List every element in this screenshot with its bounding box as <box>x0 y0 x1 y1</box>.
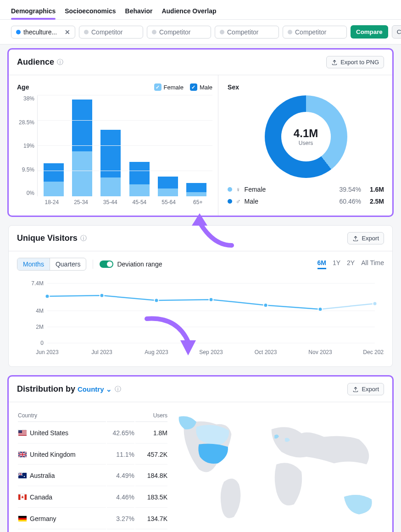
competitor-chip[interactable]: Competitor <box>147 26 211 39</box>
info-icon[interactable]: ⓘ <box>57 58 63 66</box>
svg-rect-38 <box>18 520 27 521</box>
svg-text:0: 0 <box>40 340 44 346</box>
tab-socioeconomics[interactable]: Socioeconomics <box>65 5 116 19</box>
dot-icon <box>288 30 292 34</box>
arrow-down-icon <box>138 312 202 358</box>
svg-point-11 <box>209 298 213 302</box>
svg-text:Jul 2023: Jul 2023 <box>91 349 112 355</box>
svg-text:Nov 2023: Nov 2023 <box>308 349 332 355</box>
svg-text:Oct 2023: Oct 2023 <box>255 349 277 355</box>
sex-donut-chart: 4.1M Users <box>265 95 347 178</box>
competitor-chip[interactable]: Competitor <box>283 26 347 39</box>
checkbox-female[interactable]: ✓ <box>154 83 162 91</box>
flag-icon <box>18 429 26 435</box>
seg-quarters[interactable]: Quarters <box>50 258 86 270</box>
flag-icon <box>18 472 26 477</box>
svg-point-14 <box>373 301 377 305</box>
competitor-row: theculture... ✕ Competitor Competitor Co… <box>0 20 401 44</box>
close-icon[interactable]: ✕ <box>65 28 70 36</box>
tabs-bar: Demographics Socioeconomics Behavior Aud… <box>0 0 401 20</box>
age-title: Age <box>17 83 29 91</box>
sex-legend-row: ♀Female39.54%1.6M <box>228 183 384 195</box>
dot-icon <box>16 30 21 34</box>
table-row[interactable]: United Kingdom11.1%457.2K <box>18 444 167 465</box>
export-button[interactable]: Export <box>347 232 384 244</box>
card-title: Distribution by Country ⌄ <box>17 384 112 394</box>
svg-point-13 <box>318 307 323 311</box>
sex-legend-row: ♂Male60.46%2.5M <box>228 195 384 207</box>
table-row[interactable]: Germany3.27%134.7K <box>18 509 167 529</box>
time-granularity: Months Quarters <box>17 258 86 271</box>
range-alltime[interactable]: All Time <box>361 259 384 269</box>
range-selector: 6M 1Y 2Y All Time <box>317 259 384 269</box>
svg-text:Dec 2023: Dec 2023 <box>363 349 384 355</box>
export-button[interactable]: Export <box>347 383 384 395</box>
range-1y[interactable]: 1Y <box>333 259 340 269</box>
th-country: Country <box>18 410 106 422</box>
svg-text:Sep 2023: Sep 2023 <box>199 349 223 355</box>
svg-point-12 <box>264 303 268 307</box>
flag-icon <box>18 451 26 456</box>
svg-rect-34 <box>18 494 21 500</box>
upload-icon <box>331 59 338 66</box>
compare-button[interactable]: Compare <box>351 25 388 39</box>
sex-title: Sex <box>228 83 239 91</box>
age-panel: Age ✓Female ✓Male 38%28.5%19%9.5%0% 18-2… <box>9 75 218 216</box>
card-title: Unique Visitors <box>17 233 78 243</box>
svg-rect-36 <box>18 516 27 518</box>
table-row[interactable]: United States42.65%1.8M <box>18 423 167 443</box>
donut-label: Users <box>294 140 318 146</box>
clear-button[interactable]: Clear <box>392 25 401 39</box>
dot-icon <box>220 30 224 34</box>
competitor-chip[interactable]: Competitor <box>79 26 143 39</box>
table-row[interactable]: Australia4.49%184.8K <box>18 466 167 486</box>
info-icon[interactable]: ⓘ <box>80 234 87 243</box>
distribution-table: Country Users United States42.65%1.8MUni… <box>17 409 168 530</box>
tab-behavior[interactable]: Behavior <box>125 5 153 19</box>
deviation-toggle[interactable]: Deviation range <box>100 260 162 268</box>
chevron-down-icon: ⌄ <box>106 385 112 393</box>
svg-point-32 <box>24 476 25 477</box>
tab-audience-overlap[interactable]: Audience Overlap <box>162 5 216 19</box>
svg-text:Jun 2023: Jun 2023 <box>36 349 59 355</box>
seg-months[interactable]: Months <box>17 258 50 270</box>
range-2y[interactable]: 2Y <box>347 259 355 269</box>
sex-panel: Sex 4.1M Users ♀Female39.54%1.6M♂Male60.… <box>218 75 392 216</box>
competitor-chip-label: theculture... <box>23 28 57 36</box>
distribution-dimension-dropdown[interactable]: Country ⌄ <box>78 385 112 393</box>
info-icon[interactable]: ⓘ <box>115 385 121 393</box>
svg-rect-27 <box>18 434 27 435</box>
table-row[interactable]: Canada4.46%183.5K <box>18 487 167 508</box>
competitor-chip[interactable]: Competitor <box>215 26 279 39</box>
audience-card: Audience ⓘ Export to PNG Age ✓Female ✓Ma… <box>8 49 393 216</box>
world-map-svg <box>174 409 384 530</box>
flag-icon <box>18 493 26 499</box>
export-png-button[interactable]: Export to PNG <box>326 56 384 68</box>
toggle-icon <box>100 260 113 268</box>
checkbox-male[interactable]: ✓ <box>190 83 197 91</box>
svg-rect-35 <box>25 494 27 500</box>
svg-rect-37 <box>18 518 27 520</box>
svg-text:4M: 4M <box>36 308 44 314</box>
tab-demographics[interactable]: Demographics <box>11 5 56 19</box>
arrow-up-icon <box>188 211 243 252</box>
range-6m[interactable]: 6M <box>317 259 326 269</box>
svg-point-10 <box>155 298 159 302</box>
dot-icon <box>152 30 156 34</box>
svg-text:2M: 2M <box>36 324 44 330</box>
th-users: Users <box>135 410 167 422</box>
flag-icon <box>18 515 26 521</box>
svg-rect-28 <box>18 430 22 433</box>
upload-icon <box>352 235 359 242</box>
competitor-chip-filled[interactable]: theculture... ✕ <box>11 26 75 39</box>
world-map[interactable] <box>174 409 384 530</box>
svg-point-9 <box>100 294 104 298</box>
svg-rect-26 <box>18 433 27 434</box>
donut-value: 4.1M <box>294 127 318 140</box>
distribution-card: Distribution by Country ⌄ ⓘ Export Count… <box>8 376 393 532</box>
card-title: Audience <box>17 57 54 67</box>
dot-icon <box>84 30 89 34</box>
upload-icon <box>352 386 359 393</box>
svg-text:7.4M: 7.4M <box>31 280 44 287</box>
svg-point-8 <box>45 294 50 299</box>
